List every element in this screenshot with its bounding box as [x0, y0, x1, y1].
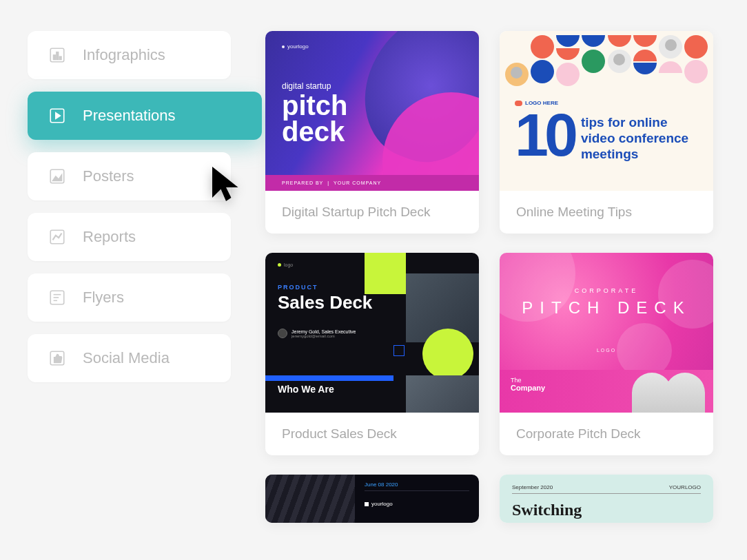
- image-icon: [48, 167, 66, 185]
- preview-date: September 2020: [512, 484, 553, 490]
- preview-text: tips for online video conference meeting…: [581, 115, 698, 162]
- preview-kicker: PRODUCT: [278, 284, 467, 291]
- preview-logo: yourlogo: [365, 501, 469, 507]
- bar-chart-icon: [48, 46, 66, 64]
- svg-marker-14: [212, 167, 238, 201]
- template-card-digital-startup[interactable]: yourlogo digital startup pitchdeck PREPA…: [265, 31, 479, 234]
- template-card-partial-2[interactable]: September 2020 YOURLOGO Switching: [500, 475, 713, 523]
- preview-logo: YOURLOGO: [669, 484, 701, 490]
- preview-company-name: Company: [511, 384, 545, 392]
- template-preview: September 2020 YOURLOGO Switching: [500, 475, 713, 523]
- template-caption: Product Sales Deck: [265, 413, 479, 455]
- template-preview: yourlogo digital startup pitchdeck PREPA…: [265, 31, 479, 191]
- template-caption: Corporate Pitch Deck: [500, 413, 713, 455]
- preview-title: Sales Deck: [278, 292, 467, 313]
- svg-marker-7: [53, 175, 62, 181]
- category-label: Posters: [83, 167, 134, 185]
- template-preview: June 08 2020 yourlogo: [265, 475, 479, 523]
- preview-logo: LOGO HERE: [515, 100, 558, 106]
- template-preview: logo PRODUCT Sales Deck Jeremy Gold, Sal…: [265, 253, 479, 413]
- thumbs-up-icon: [48, 349, 66, 367]
- template-grid: yourlogo digital startup pitchdeck PREPA…: [265, 31, 713, 523]
- preview-footer: PREPARED BY|YOUR COMPANY: [265, 175, 479, 191]
- category-reports[interactable]: Reports: [28, 213, 231, 261]
- preview-section: Who We Are: [278, 384, 467, 395]
- template-preview: LOGO HERE 10 tips for online video confe…: [500, 31, 713, 191]
- category-label: Flyers: [83, 289, 124, 307]
- category-label: Reports: [83, 228, 136, 246]
- preview-logo: logo: [278, 262, 467, 267]
- template-card-product-sales[interactable]: logo PRODUCT Sales Deck Jeremy Gold, Sal…: [265, 253, 479, 455]
- svg-rect-1: [54, 55, 56, 60]
- template-card-corporate-pitch[interactable]: CORPORATE PITCH DECK LOGO The Company Co…: [500, 253, 713, 455]
- cursor-icon: [205, 163, 247, 205]
- category-presentations[interactable]: Presentations: [28, 92, 262, 140]
- preview-title: Switching: [512, 501, 701, 519]
- svg-marker-5: [56, 113, 61, 119]
- svg-rect-3: [59, 56, 61, 59]
- category-infographics[interactable]: Infographics: [28, 31, 231, 79]
- preview-subtitle: digital startup: [282, 81, 462, 91]
- template-caption: Digital Startup Pitch Deck: [265, 191, 479, 234]
- template-card-online-meeting[interactable]: LOGO HERE 10 tips for online video confe…: [500, 31, 713, 234]
- preview-author: Jeremy Gold, Sales Executive jeremygold@…: [278, 329, 467, 338]
- category-flyers[interactable]: Flyers: [28, 273, 231, 322]
- template-preview: CORPORATE PITCH DECK LOGO The Company: [500, 253, 713, 413]
- preview-logo: yourlogo: [282, 43, 462, 50]
- category-sidebar: Infographics Presentations Posters Repor…: [28, 31, 231, 523]
- category-label: Infographics: [83, 46, 165, 64]
- category-label: Social Media: [83, 349, 170, 367]
- preview-date: June 08 2020: [365, 481, 469, 491]
- category-label: Presentations: [83, 107, 176, 125]
- template-card-partial-1[interactable]: June 08 2020 yourlogo: [265, 475, 479, 523]
- preview-company-label: The: [511, 377, 545, 384]
- category-posters[interactable]: Posters: [28, 152, 231, 200]
- preview-title: pitchdeck: [282, 92, 462, 145]
- line-chart-icon: [48, 228, 66, 246]
- category-social-media[interactable]: Social Media: [28, 334, 231, 382]
- preview-logo: LOGO: [500, 348, 713, 353]
- svg-rect-2: [57, 52, 59, 60]
- document-icon: [48, 289, 66, 307]
- presentation-icon: [48, 107, 66, 125]
- preview-number: 10: [515, 111, 574, 159]
- template-caption: Online Meeting Tips: [500, 191, 713, 234]
